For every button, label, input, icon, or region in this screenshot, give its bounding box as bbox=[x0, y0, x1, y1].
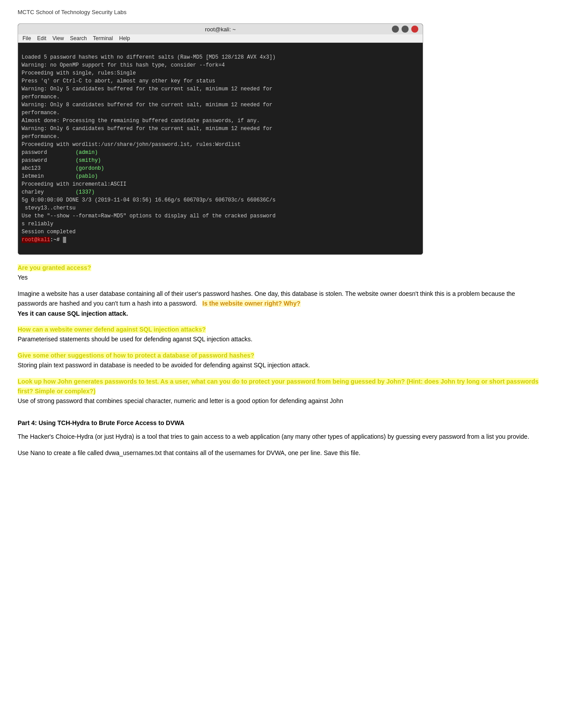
q3-question: How can a website owner defend against S… bbox=[18, 326, 206, 333]
q5-question: Look up how John generates passwords to … bbox=[18, 378, 539, 395]
terminal-titlebar: root@kali: ~ bbox=[18, 24, 423, 34]
terminal-line-14: password (smithy) bbox=[22, 157, 101, 164]
terminal-line-10: Warning: Only 6 candidates buffered for … bbox=[22, 126, 272, 132]
q2-question: Is the website owner right? Why? bbox=[202, 300, 300, 307]
terminal-line-2: Warning: no OpenMP support for this hash… bbox=[22, 62, 225, 68]
terminal-line-5: Warning: Only 5 candidates buffered for … bbox=[22, 86, 272, 92]
terminal-line-21: Use the "--show --format=Raw-MD5" option… bbox=[22, 213, 275, 219]
qa-section-3: How can a website owner defend against S… bbox=[18, 325, 544, 344]
terminal-line-17: Proceeding with incremental:ASCII bbox=[22, 181, 127, 187]
terminal-line-19: 5g 0:00:00:00 DONE 3/3 (2019-11-04 03:56… bbox=[22, 197, 275, 203]
part4-para2: Use Nano to create a file called dvwa_us… bbox=[18, 448, 544, 459]
q3-answer: Parameterised statements should be used … bbox=[18, 334, 544, 344]
menu-search[interactable]: Search bbox=[70, 35, 87, 41]
terminal-line-11: performance. bbox=[22, 134, 60, 140]
page-title: MCTC School of Technology Security Labs bbox=[18, 9, 544, 15]
terminal-line-4: Press 'q' or Ctrl-C to abort, almost any… bbox=[22, 78, 215, 84]
terminal-line-13: password (admin) bbox=[22, 149, 98, 156]
terminal-line-23: Session completed bbox=[22, 229, 75, 235]
terminal-buttons bbox=[392, 26, 418, 33]
terminal-menubar: File Edit View Search Terminal Help bbox=[18, 34, 423, 43]
q1-question: Are you granted access? bbox=[18, 263, 544, 273]
menu-edit[interactable]: Edit bbox=[37, 35, 46, 41]
terminal-body: Loaded 5 password hashes with no differe… bbox=[18, 43, 423, 254]
terminal-line-15: abc123 (gordonb) bbox=[22, 165, 104, 172]
terminal-line-16: letmein (pablo) bbox=[22, 173, 98, 179]
part4-section: Part 4: Using TCH-Hydra to Brute Force A… bbox=[18, 419, 544, 459]
terminal-line-7: Warning: Only 8 candidates buffered for … bbox=[22, 102, 272, 108]
menu-help[interactable]: Help bbox=[119, 35, 130, 41]
terminal-window: root@kali: ~ File Edit View Search Termi… bbox=[18, 23, 423, 255]
terminal-title: root@kali: ~ bbox=[49, 26, 392, 33]
qa-section-4: Give some other suggestions of how to pr… bbox=[18, 351, 544, 370]
q2-answer: Yes it can cause SQL injection attack. bbox=[18, 310, 128, 317]
qa-section-5: Look up how John generates passwords to … bbox=[18, 377, 544, 406]
terminal-line-18: charley (1337) bbox=[22, 189, 95, 195]
qa-section-1: Are you granted access? Yes bbox=[18, 263, 544, 283]
terminal-line-3: Proceeding with single, rules:Single bbox=[22, 70, 136, 76]
options-text: options bbox=[130, 213, 152, 219]
terminal-line-8: performance. bbox=[22, 110, 60, 116]
terminal-line-1: Loaded 5 password hashes with no differe… bbox=[22, 54, 275, 60]
maximize-button[interactable] bbox=[402, 26, 409, 33]
close-button[interactable] bbox=[411, 26, 418, 33]
terminal-line-9: Almost done: Processing the remaining bu… bbox=[22, 118, 260, 124]
menu-file[interactable]: File bbox=[22, 35, 31, 41]
menu-terminal[interactable]: Terminal bbox=[93, 35, 113, 41]
q4-answer: Storing plain text password in database … bbox=[18, 360, 544, 370]
terminal-line-22: s reliably bbox=[22, 221, 53, 227]
part4-para1: The Hacker's Choice-Hydra (or just Hydra… bbox=[18, 432, 544, 442]
part4-title: Part 4: Using TCH-Hydra to Brute Force A… bbox=[18, 419, 544, 426]
terminal-line-12: Proceeding with wordlist:/usr/share/john… bbox=[22, 142, 241, 148]
qa-section-2: Imagine a website has a user database co… bbox=[18, 289, 544, 318]
terminal-prompt: root@kali:~# █ bbox=[22, 237, 66, 243]
menu-view[interactable]: View bbox=[52, 35, 64, 41]
q1-answer: Yes bbox=[18, 273, 544, 282]
minimize-button[interactable] bbox=[392, 26, 399, 33]
terminal-line-6: performance. bbox=[22, 94, 60, 100]
q5-answer: Use of strong password that combines spe… bbox=[18, 396, 544, 406]
terminal-line-20: stevy13..chertsu bbox=[22, 205, 75, 211]
q4-question: Give some other suggestions of how to pr… bbox=[18, 352, 254, 359]
